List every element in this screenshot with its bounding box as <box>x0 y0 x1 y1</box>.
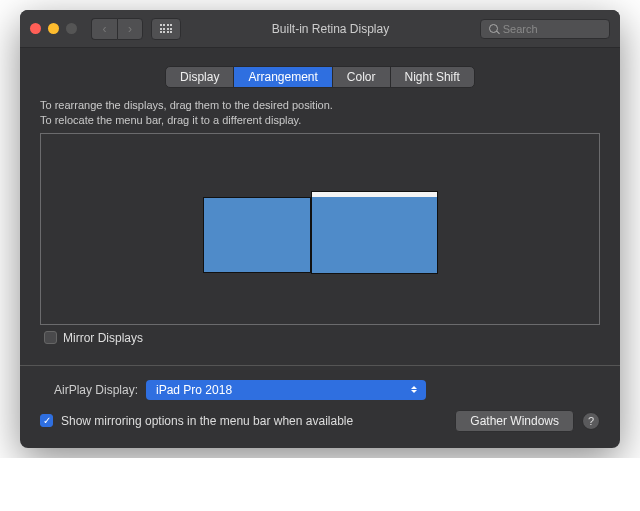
search-icon <box>489 24 498 34</box>
zoom-window-button <box>66 23 77 34</box>
titlebar: ‹ › Built-in Retina Display <box>20 10 620 48</box>
grid-icon <box>160 24 173 33</box>
nav-buttons: ‹ › <box>91 18 143 40</box>
mirror-displays-label: Mirror Displays <box>63 331 143 345</box>
help-button[interactable]: ? <box>582 412 600 430</box>
airplay-label: AirPlay Display: <box>40 383 138 397</box>
tab-arrangement[interactable]: Arrangement <box>234 67 332 87</box>
show-mirroring-label: Show mirroring options in the menu bar w… <box>61 414 353 428</box>
airplay-selected-value: iPad Pro 2018 <box>156 383 232 397</box>
search-input[interactable] <box>503 23 601 35</box>
mirror-displays-row: Mirror Displays <box>44 331 600 345</box>
airplay-row: AirPlay Display: iPad Pro 2018 <box>40 380 600 400</box>
show-mirroring-checkbox[interactable]: ✓ <box>40 414 53 427</box>
window-title: Built-in Retina Display <box>189 22 472 36</box>
content-area: Display Arrangement Color Night Shift To… <box>20 48 620 448</box>
gather-windows-button[interactable]: Gather Windows <box>455 410 574 432</box>
updown-arrows-icon <box>406 380 422 400</box>
close-window-button[interactable] <box>30 23 41 34</box>
tab-bar: Display Arrangement Color Night Shift <box>165 66 475 88</box>
help-line-2: To relocate the menu bar, drag it to a d… <box>40 113 600 128</box>
chevron-left-icon: ‹ <box>103 22 107 36</box>
tabs-container: Display Arrangement Color Night Shift <box>40 66 600 88</box>
show-all-button[interactable] <box>151 18 181 40</box>
bottom-row: ✓ Show mirroring options in the menu bar… <box>40 410 600 432</box>
search-field[interactable] <box>480 19 610 39</box>
arrangement-help-text: To rearrange the displays, drag them to … <box>40 98 600 129</box>
menu-bar-handle[interactable] <box>312 192 437 197</box>
tab-color[interactable]: Color <box>333 67 391 87</box>
nav-back-button[interactable]: ‹ <box>91 18 117 40</box>
display-arrangement-area[interactable] <box>40 133 600 325</box>
mirror-displays-checkbox[interactable] <box>44 331 57 344</box>
display-1[interactable] <box>203 197 311 273</box>
divider <box>20 365 620 366</box>
preferences-window: ‹ › Built-in Retina Display Display Arra… <box>20 10 620 448</box>
traffic-lights <box>30 23 77 34</box>
nav-forward-button[interactable]: › <box>117 18 143 40</box>
tab-display[interactable]: Display <box>166 67 234 87</box>
airplay-display-select[interactable]: iPad Pro 2018 <box>146 380 426 400</box>
help-line-1: To rearrange the displays, drag them to … <box>40 98 600 113</box>
chevron-right-icon: › <box>128 22 132 36</box>
display-2-primary[interactable] <box>311 191 438 274</box>
minimize-window-button[interactable] <box>48 23 59 34</box>
tab-night-shift[interactable]: Night Shift <box>391 67 474 87</box>
